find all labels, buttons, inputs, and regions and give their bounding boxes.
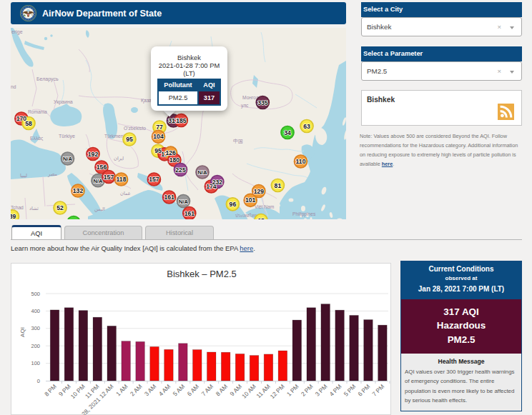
svg-text:132: 132 [73, 187, 84, 194]
svg-text:12 PM: 12 PM [269, 383, 286, 400]
svg-text:4 PM: 4 PM [328, 383, 343, 398]
svg-text:156: 156 [97, 164, 107, 171]
svg-text:3 PM: 3 PM [314, 383, 329, 398]
svg-text:6 AM: 6 AM [186, 383, 201, 398]
svg-text:400: 400 [31, 308, 40, 314]
svg-text:118: 118 [117, 176, 127, 183]
svg-text:مصر: مصر [47, 171, 57, 177]
svg-text:N/A: N/A [63, 156, 73, 162]
svg-text:157: 157 [149, 176, 159, 183]
svg-text:Việt Nam: Việt Nam [255, 204, 275, 209]
svg-text:34: 34 [284, 129, 291, 136]
svg-text:81: 81 [275, 182, 282, 189]
svg-text:104: 104 [153, 133, 164, 140]
svg-text:ليبيا: ليبيا [20, 173, 27, 178]
svg-text:Монгол: Монгол [242, 95, 259, 100]
svg-text:300: 300 [31, 325, 40, 331]
svg-text:nd: nd [11, 84, 16, 89]
svg-text:中国: 中国 [233, 139, 243, 144]
svg-text:ประเทศไทย: ประเทศไทย [235, 213, 257, 218]
svg-text:10 PM: 10 PM [69, 383, 87, 400]
svg-text:اليمن: اليمن [94, 206, 105, 212]
svg-text:عمان: عمان [120, 191, 131, 196]
svg-text:10 AM: 10 AM [240, 383, 257, 400]
svg-text:8 PM: 8 PM [43, 383, 58, 398]
svg-text:Tchad: Tchad [11, 205, 24, 210]
svg-text:65: 65 [257, 217, 265, 220]
svg-text:39: 39 [11, 213, 16, 219]
svg-text:AQI: AQI [19, 327, 26, 337]
svg-text:2 PM: 2 PM [300, 383, 315, 398]
svg-text:232: 232 [212, 179, 223, 186]
svg-text:335: 335 [257, 99, 268, 106]
svg-text:192: 192 [88, 151, 99, 158]
svg-text:185: 185 [176, 117, 187, 124]
svg-text:6 PM: 6 PM [356, 383, 371, 398]
svg-text:Türkiye: Türkiye [59, 134, 75, 139]
svg-text:200: 200 [31, 343, 40, 349]
svg-text:Украина: Украина [54, 99, 73, 105]
svg-text:58: 58 [25, 120, 32, 127]
svg-text:0: 0 [37, 378, 40, 384]
svg-text:96: 96 [230, 201, 237, 208]
svg-text:56: 56 [70, 219, 77, 220]
svg-text:2 AM: 2 AM [129, 383, 144, 398]
svg-text:O'zbekisto: O'zbekisto [124, 126, 146, 131]
svg-text:110: 110 [296, 158, 306, 165]
svg-text:N/A: N/A [179, 199, 189, 205]
svg-text:N/A: N/A [93, 178, 103, 184]
svg-text:7 AM: 7 AM [200, 383, 215, 398]
svg-text:Romania: Romania [28, 109, 47, 114]
svg-text:500: 500 [31, 291, 40, 297]
svg-text:Беларусь: Беларусь [36, 76, 59, 82]
svg-text:N/A: N/A [197, 169, 207, 176]
svg-text:erige: erige [11, 29, 23, 35]
svg-text:157: 157 [104, 174, 114, 181]
svg-text:126: 126 [166, 149, 177, 156]
svg-text:5 AM: 5 AM [172, 383, 187, 398]
svg-text:Philippines: Philippines [292, 211, 316, 217]
svg-text:225: 225 [175, 166, 186, 174]
svg-text:1 AM: 1 AM [114, 383, 129, 398]
svg-text:1 PM: 1 PM [285, 383, 300, 398]
svg-text:улс: улс [241, 103, 249, 109]
svg-text:77: 77 [156, 124, 163, 131]
svg-text:63: 63 [303, 123, 310, 130]
svg-text:5 PM: 5 PM [343, 383, 358, 398]
svg-text:101: 101 [245, 196, 256, 204]
svg-text:161: 161 [184, 210, 195, 217]
svg-text:8 AM: 8 AM [215, 383, 230, 398]
svg-text:ايران: ايران [114, 156, 124, 161]
svg-text:تشاد: تشاد [29, 206, 39, 211]
svg-text:52: 52 [56, 204, 64, 211]
svg-text:100: 100 [31, 360, 40, 366]
svg-text:7 PM: 7 PM [370, 383, 385, 398]
svg-text:180: 180 [169, 156, 180, 164]
svg-text:129: 129 [254, 188, 265, 195]
svg-text:4 AM: 4 AM [157, 383, 172, 398]
svg-text:161: 161 [164, 194, 174, 201]
svg-text:3 AM: 3 AM [143, 383, 158, 398]
svg-text:11 AM: 11 AM [255, 383, 271, 399]
svg-text:95: 95 [126, 136, 133, 143]
svg-text:Ελλάς: Ελλάς [30, 136, 44, 141]
